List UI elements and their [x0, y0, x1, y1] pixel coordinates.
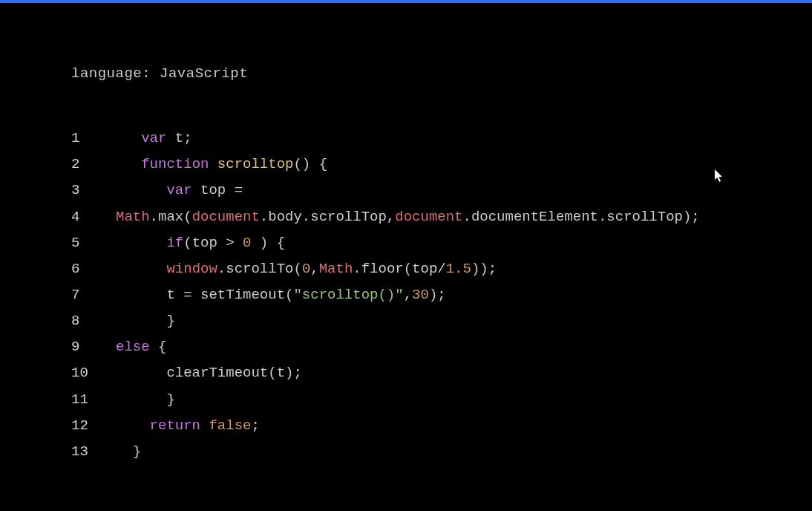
- line-number: 10: [71, 360, 116, 386]
- code-token: [116, 130, 141, 146]
- main-content: language: JavaScript 1 var t;2 function …: [0, 3, 812, 465]
- code-text[interactable]: Math.max(document.body.scrollTop,documen…: [116, 204, 700, 230]
- code-token: 0: [302, 261, 310, 277]
- code-text[interactable]: var t;: [116, 126, 192, 152]
- code-token: .documentElement.scrollTop);: [463, 209, 700, 225]
- code-line[interactable]: 13 }: [71, 439, 812, 465]
- code-token: clearTimeout(t);: [116, 365, 302, 381]
- line-number: 13: [71, 439, 116, 465]
- line-number: 2: [71, 152, 116, 178]
- line-number: 4: [71, 204, 116, 230]
- code-line[interactable]: 12 return false;: [71, 413, 812, 439]
- code-token: var: [141, 130, 166, 146]
- line-number: 6: [71, 256, 116, 282]
- code-text[interactable]: clearTimeout(t);: [116, 360, 302, 386]
- code-token: [116, 261, 166, 277]
- code-token: ,: [404, 287, 412, 303]
- code-token: [116, 182, 166, 198]
- language-label: language: JavaScript: [71, 61, 812, 87]
- code-token: "scrolltop()": [293, 287, 403, 303]
- code-token: ));: [471, 261, 497, 277]
- code-text[interactable]: }: [116, 308, 175, 334]
- code-token: (top >: [183, 235, 243, 251]
- code-line[interactable]: 11 }: [71, 387, 812, 413]
- code-token: 0: [243, 235, 251, 251]
- code-token: [200, 417, 209, 434]
- code-token: t = setTimeout(: [116, 287, 293, 303]
- code-line[interactable]: 9else {: [71, 334, 812, 360]
- line-number: 5: [71, 230, 116, 256]
- code-token: .body.scrollTop,: [260, 209, 395, 225]
- code-line[interactable]: 6 window.scrollTo(0,Math.floor(top/1.5))…: [71, 256, 812, 282]
- code-token: [209, 156, 217, 172]
- code-text[interactable]: window.scrollTo(0,Math.floor(top/1.5));: [116, 256, 497, 282]
- code-token: if: [166, 235, 183, 251]
- line-number: 8: [71, 308, 116, 334]
- code-token: .scrollTo(: [217, 261, 302, 277]
- code-token: return: [150, 417, 200, 434]
- code-token: top =: [192, 182, 243, 198]
- code-token: 30: [412, 287, 429, 303]
- code-line[interactable]: 5 if(top > 0 ) {: [71, 230, 812, 256]
- code-line[interactable]: 3 var top =: [71, 178, 812, 204]
- code-token: () {: [293, 156, 327, 172]
- code-line[interactable]: 7 t = setTimeout("scrolltop()",30);: [71, 282, 812, 308]
- code-text[interactable]: function scrolltop() {: [116, 152, 327, 178]
- code-token: );: [429, 287, 446, 303]
- line-number: 12: [71, 413, 116, 439]
- code-line[interactable]: 8 }: [71, 308, 812, 334]
- code-text[interactable]: t = setTimeout("scrolltop()",30);: [116, 282, 446, 308]
- code-text[interactable]: return false;: [116, 413, 260, 439]
- code-text[interactable]: }: [116, 439, 141, 465]
- code-token: .max(: [150, 209, 192, 225]
- code-text[interactable]: else {: [116, 334, 166, 360]
- code-token: var: [166, 182, 191, 198]
- code-token: false: [209, 417, 251, 434]
- code-token: ,: [310, 261, 318, 277]
- code-token: t;: [166, 130, 191, 146]
- line-number: 1: [71, 126, 116, 152]
- code-token: else: [116, 339, 150, 355]
- code-token: function: [141, 156, 209, 172]
- line-number: 11: [71, 387, 116, 413]
- code-text[interactable]: }: [116, 387, 175, 413]
- code-token: .floor(top/: [353, 261, 445, 277]
- code-token: }: [116, 443, 141, 460]
- code-token: [116, 235, 166, 251]
- code-line[interactable]: 2 function scrolltop() {: [71, 152, 812, 178]
- code-token: Math: [319, 261, 353, 277]
- code-token: [116, 417, 150, 434]
- line-number: 3: [71, 178, 116, 204]
- code-token: window: [166, 261, 217, 277]
- code-token: }: [116, 313, 175, 329]
- code-token: Math: [116, 209, 150, 225]
- code-token: document: [192, 209, 260, 225]
- code-token: }: [116, 391, 175, 408]
- code-token: ;: [251, 417, 259, 434]
- code-token: [116, 156, 141, 172]
- code-line[interactable]: 1 var t;: [71, 126, 812, 152]
- code-block[interactable]: 1 var t;2 function scrolltop() {3 var to…: [71, 126, 812, 465]
- line-number: 7: [71, 282, 116, 308]
- code-token: document: [395, 209, 462, 225]
- code-token: 1.5: [446, 261, 471, 277]
- code-token: ) {: [251, 235, 285, 251]
- code-text[interactable]: var top =: [116, 178, 243, 204]
- line-number: 9: [71, 334, 116, 360]
- code-token: {: [150, 339, 167, 355]
- code-line[interactable]: 4Math.max(document.body.scrollTop,docume…: [71, 204, 812, 230]
- code-line[interactable]: 10 clearTimeout(t);: [71, 360, 812, 386]
- code-token: scrolltop: [217, 156, 294, 172]
- code-text[interactable]: if(top > 0 ) {: [116, 230, 285, 256]
